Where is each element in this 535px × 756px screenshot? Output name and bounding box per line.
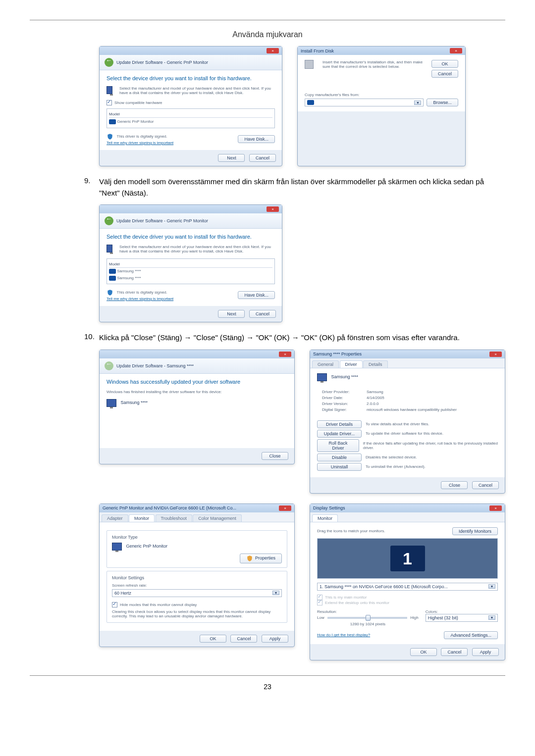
best-display-link[interactable]: How do I get the best display? (317, 633, 370, 637)
chevron-down-icon[interactable]: ▼ (414, 101, 421, 105)
close-icon[interactable]: × (450, 48, 462, 53)
tab-troubleshoot[interactable]: Troubleshoot (156, 514, 192, 522)
close-icon[interactable]: × (267, 206, 279, 212)
extend-desktop-checkbox: Extend the desktop onto this monitor (317, 600, 498, 605)
list-item: Samsung **** (117, 276, 141, 280)
main-monitor-checkbox: This is my main monitor (317, 595, 498, 600)
dialog-title: Samsung **** Properties (313, 352, 362, 356)
colors-label: Colors: (426, 609, 498, 614)
next-button[interactable]: Next (218, 154, 245, 162)
tab-adapter[interactable]: Adapter (102, 514, 128, 522)
resolution-value: 1280 by 1024 pixels (317, 622, 419, 626)
next-button[interactable]: Next (218, 310, 245, 318)
advanced-settings-button[interactable]: Advanced Settings... (444, 631, 498, 639)
chevron-down-icon[interactable]: ▼ (488, 615, 495, 620)
close-icon[interactable]: × (489, 352, 502, 357)
resolution-slider[interactable] (327, 617, 408, 619)
cancel-button[interactable]: Cancel (472, 481, 499, 489)
hide-modes-checkbox[interactable]: Hide modes that this monitor cannot disp… (112, 602, 282, 607)
page-number: 23 (30, 675, 505, 698)
apply-button[interactable]: Apply (262, 635, 288, 643)
colors-dropdown[interactable]: Highest (32 bit) ▼ (426, 614, 498, 622)
close-icon[interactable]: × (279, 505, 291, 511)
dialog-description: Select the manufacturer and model of you… (119, 86, 275, 95)
close-icon[interactable]: × (489, 505, 502, 511)
step-text: Klicka på "Close" (Stäng) → "Close" (Stä… (99, 332, 505, 344)
tab-driver[interactable]: Driver (340, 360, 363, 368)
shield-icon (107, 133, 113, 140)
monitor-icon-1[interactable]: 1 (390, 546, 425, 571)
apply-button[interactable]: Apply (472, 648, 499, 656)
signing-link[interactable]: Tell me why driver signing is important (107, 297, 173, 301)
tab-general[interactable]: General (312, 360, 339, 368)
tab-details[interactable]: Details (363, 360, 388, 368)
uninstall-button[interactable]: Uninstall (317, 463, 362, 471)
digital-signer: microsoft windows hardware compatibility… (367, 407, 457, 412)
cancel-button[interactable]: Cancel (230, 635, 257, 643)
dialog-text: Insert the manufacturer's installation d… (322, 60, 428, 78)
floppy-icon (305, 60, 314, 69)
disable-button[interactable]: Disable (317, 454, 362, 461)
refresh-rate-dropdown[interactable]: 60 Hertz ▼ (112, 589, 282, 597)
monitor-icon (317, 373, 327, 381)
have-disk-button[interactable]: Have Disk... (238, 135, 275, 143)
tab-monitor[interactable]: Monitor (312, 514, 338, 522)
chevron-down-icon[interactable]: ▼ (488, 584, 495, 589)
dialog-heading: Select the device driver you want to ins… (107, 75, 275, 81)
tab-color[interactable]: Color Management (193, 514, 242, 522)
properties-button[interactable]: Properties (240, 554, 282, 563)
breadcrumb: Update Driver Software - Generic PnP Mon… (116, 60, 208, 65)
list-item: Samsung **** (117, 269, 141, 273)
device-name: Samsung **** (331, 374, 359, 379)
signing-link[interactable]: Tell me why driver signing is important (107, 141, 173, 145)
cancel-button[interactable]: Cancel (249, 154, 276, 162)
close-icon[interactable]: × (267, 48, 279, 53)
res-low-label: Low (317, 615, 324, 620)
ok-button[interactable]: OK (410, 648, 437, 656)
dialog-title: Install From Disk (301, 49, 334, 53)
monitor-type-legend: Monitor Type (112, 535, 282, 540)
hide-modes-description: Clearing this check box allows you to se… (112, 609, 282, 618)
update-driver-button[interactable]: Update Driver... (317, 430, 362, 438)
resolution-label: Resolution: (317, 609, 419, 614)
chevron-down-icon[interactable]: ▼ (272, 591, 279, 595)
back-icon (105, 361, 113, 370)
driver-details-button[interactable]: Driver Details (317, 420, 362, 428)
model-listbox[interactable]: Model Generic PnP Monitor (107, 108, 275, 128)
slider-thumb[interactable] (366, 615, 371, 621)
display-device-dropdown[interactable]: 1. Samsung **** on NVIDIA GeForce 6600 L… (317, 583, 498, 591)
path-dropdown[interactable]: ▼ (305, 99, 424, 106)
monitor-type-value: Generic PnP Monitor (126, 544, 167, 549)
ok-button[interactable]: OK (431, 60, 458, 68)
have-disk-button[interactable]: Have Disk... (238, 291, 275, 299)
cancel-button[interactable]: Cancel (441, 648, 468, 656)
dialog-heading: Select the device driver you want to ins… (107, 234, 275, 240)
tab-monitor[interactable]: Monitor (129, 514, 155, 522)
update-success-dialog: × Update Driver Software - Samsung **** … (99, 350, 295, 464)
list-item: Generic PnP Monitor (117, 119, 154, 124)
device-icon (109, 119, 116, 124)
monitor-arrangement[interactable]: 1 (317, 538, 498, 579)
page-header: Använda mjukvaran (30, 25, 505, 46)
cancel-button[interactable]: Cancel (431, 70, 458, 78)
back-icon[interactable] (105, 58, 113, 67)
close-button[interactable]: Close (262, 452, 288, 460)
select-model-dialog: × Update Driver Software - Generic PnP M… (99, 204, 282, 322)
rollback-driver-button[interactable]: Roll Back Driver (317, 439, 359, 452)
show-compatible-checkbox[interactable]: Show compatible hardware (107, 100, 275, 105)
close-icon[interactable]: × (279, 352, 291, 357)
cancel-button[interactable]: Cancel (249, 310, 276, 318)
identify-monitors-button[interactable]: Identify Monitors (452, 527, 498, 535)
driver-version: 2.0.0.0 (367, 402, 378, 406)
shield-icon (107, 289, 113, 296)
step-text: Välj den modell som överensstämmer med d… (99, 176, 505, 199)
ok-button[interactable]: OK (200, 635, 226, 643)
driver-provider: Samsung (367, 390, 383, 394)
back-icon[interactable] (105, 216, 113, 225)
close-button[interactable]: Close (441, 481, 468, 489)
step-number: 10. (84, 332, 99, 344)
model-listbox[interactable]: Model Samsung **** Samsung **** (107, 258, 275, 284)
browse-button[interactable]: Browse... (427, 99, 458, 106)
samsung-icon (307, 100, 314, 105)
monitor-icon (107, 86, 112, 94)
